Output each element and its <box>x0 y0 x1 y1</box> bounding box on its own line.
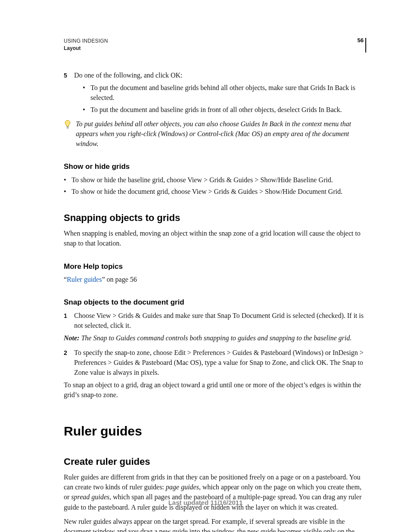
footer-last-updated: Last updated 11/16/2011 <box>0 499 411 506</box>
svg-rect-1 <box>67 127 69 128</box>
running-head: USING INDESIGN <box>64 38 364 44</box>
heading-show-hide-grids: Show or hide grids <box>64 162 364 172</box>
step-5-intro: Do one of the following, and click OK: <box>74 72 183 79</box>
link-ruler-guides[interactable]: Ruler guides <box>67 276 102 283</box>
more-help-line: “Ruler guides” on page 56 <box>64 274 364 284</box>
ruler-p2: New ruler guides always appear on the ta… <box>64 516 364 532</box>
show-hide-bullet-2: To show or hide the document grid, choos… <box>64 187 364 196</box>
step-number: 1 <box>64 311 67 320</box>
note-body: The Snap to Guides command controls both… <box>79 334 352 342</box>
body: 5 Do one of the following, and click OK:… <box>64 70 364 532</box>
step-5-bullet-1: To put the document and baseline grids b… <box>83 83 364 103</box>
heading-more-help: More Help topics <box>64 261 364 272</box>
header-rule <box>365 38 366 53</box>
tip-text: To put guides behind all other objects, … <box>76 119 364 149</box>
lightbulb-icon <box>64 120 72 129</box>
step-number: 2 <box>64 348 67 357</box>
more-help-after: ” on page 56 <box>102 276 137 283</box>
snap-step-2: 2 To specify the snap-to zone, choose Ed… <box>64 348 364 378</box>
snapping-para: When snapping is enabled, moving an obje… <box>64 228 364 248</box>
step-5-bullet-2: To put the document and baseline grids i… <box>83 105 364 115</box>
step-5: 5 Do one of the following, and click OK:… <box>64 70 364 115</box>
note-label: Note: <box>64 334 79 342</box>
step-number: 5 <box>64 71 67 80</box>
heading-snap-doc-grid: Snap objects to the document grid <box>64 297 364 308</box>
page-number: 56 <box>358 37 364 44</box>
snap-closing: To snap an object to a grid, drag an obj… <box>64 380 364 400</box>
snap-step-1-text: Choose View > Grids & Guides and make su… <box>74 312 364 329</box>
snap-step-1: 1 Choose View > Grids & Guides and make … <box>64 311 364 330</box>
svg-rect-0 <box>67 126 69 127</box>
snap-step-2-text: To specify the snap-to zone, choose Edit… <box>74 349 364 376</box>
heading-create-ruler-guides: Create ruler guides <box>64 455 364 469</box>
show-hide-bullet-1: To show or hide the baseline grid, choos… <box>64 175 364 185</box>
tip-block: To put guides behind all other objects, … <box>64 119 364 149</box>
svg-rect-2 <box>67 128 68 128</box>
note: Note: The Snap to Guides command control… <box>64 333 364 343</box>
heading-ruler-guides: Ruler guides <box>64 422 364 441</box>
running-section: Layout <box>64 45 364 51</box>
page: 56 USING INDESIGN Layout 5 Do one of the… <box>0 0 411 532</box>
ruler-p1-i1: page guides <box>166 483 199 491</box>
heading-snapping: Snapping objects to grids <box>64 211 364 225</box>
